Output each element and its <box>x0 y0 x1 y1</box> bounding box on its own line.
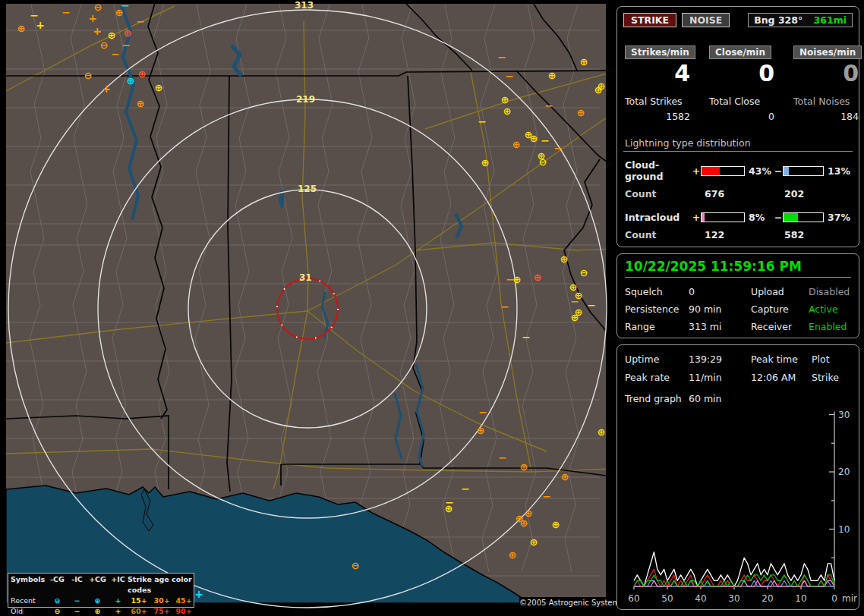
strike-stats-panel: STRIKE NOISE Bng 328° 361mi Strikes/min … <box>616 6 859 247</box>
cg-negative-bar <box>783 166 824 176</box>
legend-old-label: Old <box>11 606 47 616</box>
svg-text:30: 30 <box>728 593 739 604</box>
peak-rate-label: Peak rate <box>625 372 689 383</box>
strike-symbol: ⊕ <box>477 425 485 436</box>
noises-per-min-value: 0 <box>793 61 859 86</box>
circle-minus-icon: ⊖ <box>47 596 68 606</box>
strike-symbol: − <box>544 99 553 112</box>
strike-symbol: − <box>61 6 71 18</box>
ic-negative-pct: 37% <box>824 212 854 223</box>
ic-positive-fill <box>702 213 705 222</box>
minus-sign: − <box>774 212 783 223</box>
strike-symbol: ⊕ <box>552 519 560 530</box>
svg-text:30: 30 <box>838 410 850 420</box>
close-per-min-chip[interactable]: Close/min <box>709 46 771 59</box>
app-window: 313 219 125 31 ⊕−+⊖+⊕−−−+⊕⊕⊖−−⊖⊕⊕⊕+⊕−⊕⊕−… <box>0 0 864 616</box>
strike-symbol: + <box>194 588 203 600</box>
strike-symbol: ⊕ <box>137 98 145 109</box>
noises-per-min-chip[interactable]: Noises/min <box>793 46 862 59</box>
strike-symbol: − <box>121 39 131 51</box>
receiver-label: Receiver <box>751 321 809 332</box>
legend-symbols-header: Symbols <box>11 574 47 596</box>
minus-icon: − <box>68 596 87 606</box>
strike-symbol: − <box>587 299 596 311</box>
trend-graph-window: 60 min <box>689 393 856 404</box>
distribution-title: Lightning type distribution <box>623 137 853 152</box>
age-30: 30+ <box>150 596 173 606</box>
strike-symbol: ⊕ <box>481 157 490 168</box>
svg-text:20: 20 <box>838 467 850 477</box>
strike-symbol: ⊕ <box>108 30 116 41</box>
legend-recent-row: Recent ⊖ − ⊕ + 15+ 30+ 45+ <box>11 596 191 606</box>
cg-positive-fill <box>702 167 720 175</box>
strike-symbol: ⊕ <box>571 312 579 323</box>
strikes-per-min-chip[interactable]: Strikes/min <box>625 46 695 59</box>
plot-mode-value: Strike <box>812 372 856 383</box>
strike-symbol: ⊕ <box>594 84 603 96</box>
range-label: Range <box>625 321 689 332</box>
total-noises-label: Total Noises <box>793 96 859 107</box>
capture-label: Capture <box>751 303 809 315</box>
strike-symbol: ⊕ <box>509 549 517 561</box>
cg-positive-count: 676 <box>692 188 772 200</box>
svg-text:50: 50 <box>661 593 673 604</box>
plus-icon: + <box>109 596 128 606</box>
map-legend: Symbols -CG -IC +CG +IC Strike age color… <box>8 573 194 608</box>
datetime-display: 10/22/2025 11:59:16 PM <box>625 259 851 278</box>
strike-symbol: + <box>36 19 45 31</box>
svg-text:40: 40 <box>695 593 706 604</box>
plot-label: Plot <box>812 354 856 365</box>
upload-status: Disabled <box>809 286 851 297</box>
mode-button-row: STRIKE NOISE Bng 328° 361mi <box>623 13 853 27</box>
cg-negative-fill <box>784 167 789 175</box>
ic-negative-fill <box>784 213 798 222</box>
peak-time-value: 12:06 AM <box>751 372 812 383</box>
plus-sign: + <box>692 165 701 177</box>
status-grid: Squelch 0 Upload Disabled Persistence 90… <box>625 286 851 332</box>
cloud-ground-label: Cloud-ground <box>625 159 692 182</box>
count-label: Count <box>625 229 692 240</box>
strike-symbol: ⊖ <box>100 39 109 51</box>
map-canvas[interactable]: 313 219 125 31 ⊕−+⊖+⊕−−−+⊕⊕⊖−−⊖⊕⊕⊕+⊕−⊕⊕−… <box>0 0 612 616</box>
noise-button[interactable]: NOISE <box>682 13 730 27</box>
strike-symbol: ⊕ <box>580 56 588 68</box>
strike-symbol: ⊕ <box>124 27 132 39</box>
ring-label-31: 31 <box>299 272 312 283</box>
ic-positive-count: 122 <box>692 229 772 240</box>
bearing-readout: Bng 328° 361mi <box>748 13 853 27</box>
strike-symbol: + <box>93 25 102 37</box>
strike-symbol: − <box>478 406 487 418</box>
strike-symbol: − <box>498 451 507 464</box>
strike-symbol: − <box>497 51 506 63</box>
strike-symbol: − <box>522 331 531 343</box>
map[interactable]: 313 219 125 31 ⊕−+⊖+⊕−−−+⊕⊕⊖−−⊖⊕⊕⊕+⊕−⊕⊕−… <box>0 0 612 616</box>
receiver-status: Enabled <box>809 321 851 332</box>
trend-panel: Uptime 139:29 Peak time Plot Peak rate 1… <box>616 344 859 610</box>
strike-button[interactable]: STRIKE <box>623 13 676 27</box>
strike-symbol: ⊕ <box>520 461 528 473</box>
strike-symbol: − <box>136 15 145 27</box>
strike-symbol: − <box>541 134 550 146</box>
strike-symbol: ⊕ <box>155 82 163 93</box>
legend-header-row: Symbols -CG -IC +CG +IC Strike age color… <box>11 574 191 596</box>
distance-value: 361mi <box>814 14 847 26</box>
trend-series-cg_pos <box>634 569 834 586</box>
svg-text:20: 20 <box>762 593 773 604</box>
close-per-min-value: 0 <box>709 61 774 86</box>
minus-sign: − <box>774 165 783 177</box>
svg-text:min: min <box>842 593 857 604</box>
squelch-value: 0 <box>689 286 751 297</box>
svg-text:0: 0 <box>831 593 837 604</box>
total-strikes-label: Total Strikes <box>625 96 690 107</box>
strike-symbol: + <box>102 83 111 95</box>
strike-symbol: − <box>111 48 120 60</box>
legend-col-neg-cg: -CG <box>47 574 68 596</box>
strike-symbol: ⊕ <box>530 536 538 548</box>
strike-symbol: ⊕ <box>127 75 135 86</box>
intracloud-count-row: Count 122 582 <box>623 229 853 240</box>
ring-label-125: 125 <box>298 184 317 194</box>
strike-symbol: − <box>553 142 563 154</box>
strikes-per-min-value: 4 <box>625 61 690 86</box>
uptime-label: Uptime <box>625 354 689 365</box>
strike-symbol: ⊕ <box>512 139 521 150</box>
